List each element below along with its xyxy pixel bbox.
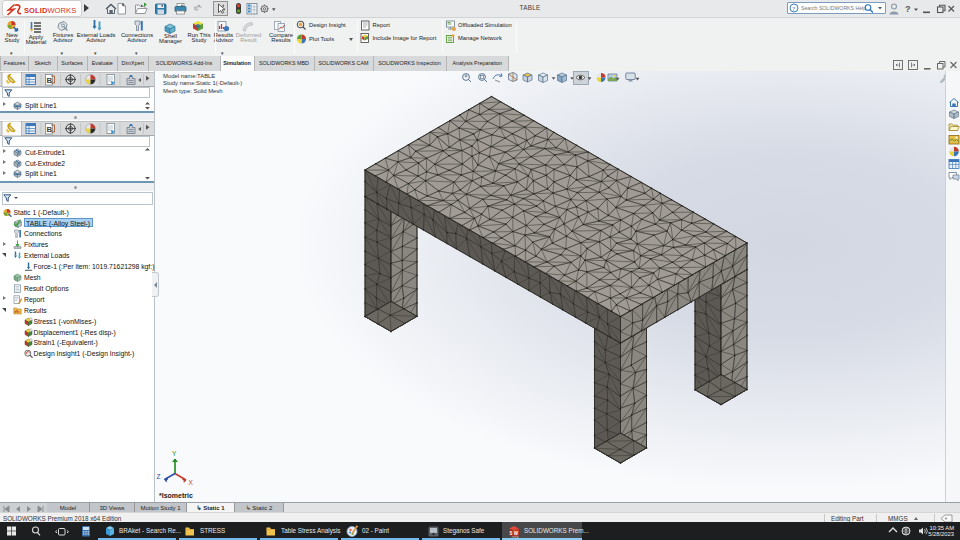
svg-text:Search SOLIDWORKS Help: Search SOLIDWORKS Help xyxy=(801,5,866,11)
svg-text:?: ? xyxy=(792,5,795,13)
svg-text:X: X xyxy=(189,479,194,486)
svg-text:SOLIDWORKS: SOLIDWORKS xyxy=(24,6,76,15)
svg-text:Z: Z xyxy=(157,473,161,480)
svg-text:?: ? xyxy=(905,4,911,14)
svg-text:Y: Y xyxy=(172,450,177,457)
